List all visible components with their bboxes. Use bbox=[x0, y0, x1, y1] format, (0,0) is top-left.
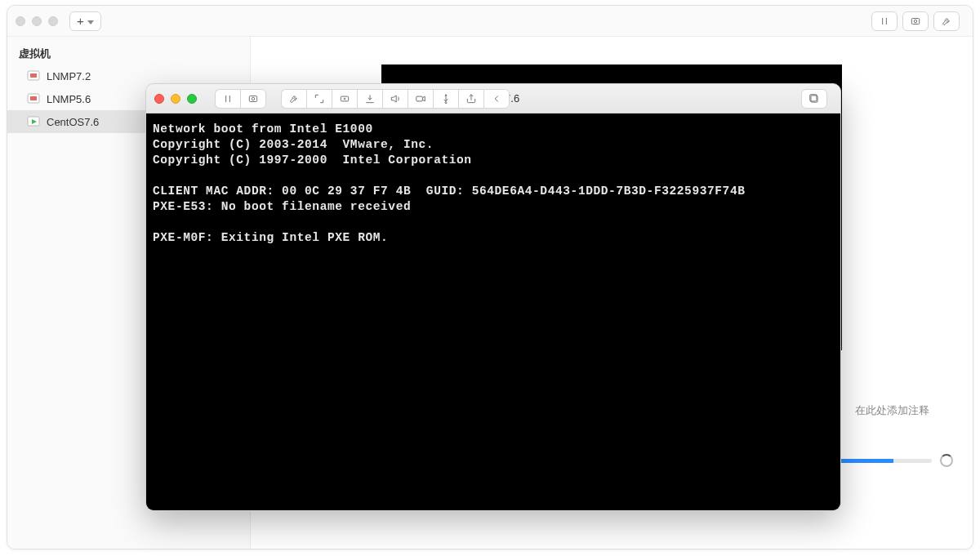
vm-sound-button[interactable] bbox=[382, 89, 408, 109]
svg-rect-3 bbox=[30, 73, 37, 78]
toolbar-settings-button[interactable] bbox=[933, 11, 960, 31]
vm-resize-button[interactable] bbox=[306, 89, 332, 109]
spinner-icon bbox=[940, 454, 953, 467]
notes-placeholder[interactable]: 在此处添加注释 bbox=[855, 403, 961, 418]
expand-icon bbox=[808, 93, 820, 105]
vm-disk-button[interactable] bbox=[332, 89, 357, 109]
snapshot-icon bbox=[910, 16, 921, 27]
wrench-icon bbox=[288, 93, 300, 105]
sidebar-item-label: LNMP5.6 bbox=[47, 93, 91, 105]
svg-point-11 bbox=[344, 98, 345, 100]
library-traffic-lights bbox=[16, 16, 58, 26]
vm-share-button[interactable] bbox=[458, 89, 483, 109]
vm-console-window: CentOS7.6 Network boot from Intel E1000 … bbox=[145, 83, 841, 511]
vm-camera-button[interactable] bbox=[408, 89, 433, 109]
pause-icon bbox=[222, 93, 234, 105]
back-icon bbox=[491, 93, 502, 105]
svg-rect-0 bbox=[911, 18, 919, 24]
svg-rect-10 bbox=[341, 96, 348, 101]
zoom-icon[interactable] bbox=[48, 16, 58, 26]
library-titlebar bbox=[7, 6, 973, 37]
vm-off-icon bbox=[27, 92, 40, 105]
resize-icon bbox=[314, 93, 325, 105]
share-icon bbox=[466, 93, 477, 105]
camera-icon bbox=[415, 93, 426, 105]
snapshot-icon bbox=[247, 93, 259, 105]
toolbar-pause-button[interactable] bbox=[871, 11, 898, 31]
sidebar-item-label: LNMP7.2 bbox=[47, 70, 91, 82]
close-icon[interactable] bbox=[16, 16, 25, 26]
svg-rect-12 bbox=[416, 96, 423, 101]
vm-off-icon bbox=[27, 69, 40, 82]
vm-device-toolbar bbox=[281, 89, 510, 109]
vm-insert-button[interactable] bbox=[357, 89, 382, 109]
disk-icon bbox=[339, 93, 350, 105]
vm-pause-button[interactable] bbox=[215, 89, 240, 109]
wrench-icon bbox=[941, 16, 952, 27]
sidebar-title: 虚拟机 bbox=[7, 42, 250, 64]
zoom-icon[interactable] bbox=[187, 94, 197, 104]
progress-row bbox=[822, 454, 953, 467]
sound-icon bbox=[390, 93, 401, 105]
pause-icon bbox=[879, 16, 890, 27]
close-icon[interactable] bbox=[154, 94, 164, 104]
vm-back-button[interactable] bbox=[483, 89, 510, 109]
chevron-down-icon bbox=[84, 16, 94, 27]
vm-left-tools bbox=[154, 89, 510, 109]
vm-traffic-lights bbox=[154, 94, 197, 104]
usb-icon bbox=[440, 93, 452, 105]
sidebar-item-label: CentOS7.6 bbox=[47, 116, 99, 128]
svg-point-9 bbox=[252, 97, 255, 100]
toolbar-snapshot-button[interactable] bbox=[902, 11, 929, 31]
vm-settings-button[interactable] bbox=[281, 89, 306, 109]
vm-usb-button[interactable] bbox=[433, 89, 458, 109]
vm-console-output[interactable]: Network boot from Intel E1000 Copyright … bbox=[146, 113, 840, 510]
svg-rect-8 bbox=[249, 96, 256, 101]
vm-on-icon bbox=[27, 115, 40, 128]
vm-snapshot-button[interactable] bbox=[240, 89, 266, 109]
insert-icon bbox=[364, 93, 376, 105]
svg-point-13 bbox=[445, 101, 447, 103]
minimize-icon[interactable] bbox=[171, 94, 180, 104]
svg-point-1 bbox=[914, 20, 917, 23]
add-vm-button[interactable] bbox=[69, 11, 101, 31]
vm-titlebar[interactable]: CentOS7.6 bbox=[146, 84, 840, 113]
svg-rect-5 bbox=[30, 96, 37, 100]
plus-icon bbox=[77, 14, 84, 28]
minimize-icon[interactable] bbox=[32, 16, 42, 26]
vm-expand-button[interactable] bbox=[801, 89, 827, 109]
